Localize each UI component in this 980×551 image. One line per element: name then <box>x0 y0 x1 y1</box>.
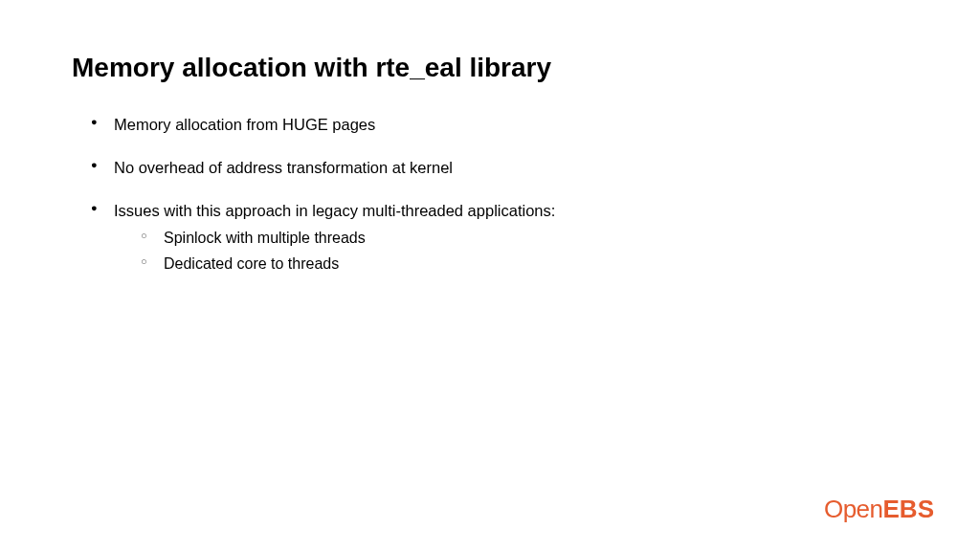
bullet-list: Memory allocation from HUGE pages No ove… <box>72 114 908 275</box>
sub-list: Spinlock with multiple threads Dedicated… <box>114 228 908 275</box>
slide-title: Memory allocation with rte_eal library <box>72 53 908 83</box>
bullet-item: Memory allocation from HUGE pages <box>91 114 908 136</box>
sub-item-text: Spinlock with multiple threads <box>164 230 366 246</box>
sub-item: Dedicated core to threads <box>141 253 908 275</box>
logo-openebs: OpenEBS <box>824 495 934 524</box>
bullet-text: Memory allocation from HUGE pages <box>114 116 375 133</box>
logo-part-open: Open <box>824 495 883 523</box>
bullet-item: Issues with this approach in legacy mult… <box>91 200 908 275</box>
logo-part-ebs: EBS <box>883 495 934 523</box>
sub-item: Spinlock with multiple threads <box>141 228 908 249</box>
bullet-item: No overhead of address transformation at… <box>91 157 908 179</box>
slide: Memory allocation with rte_eal library M… <box>0 0 980 551</box>
sub-item-text: Dedicated core to threads <box>164 255 339 272</box>
bullet-text: Issues with this approach in legacy mult… <box>114 202 555 219</box>
bullet-text: No overhead of address transformation at… <box>114 159 453 176</box>
